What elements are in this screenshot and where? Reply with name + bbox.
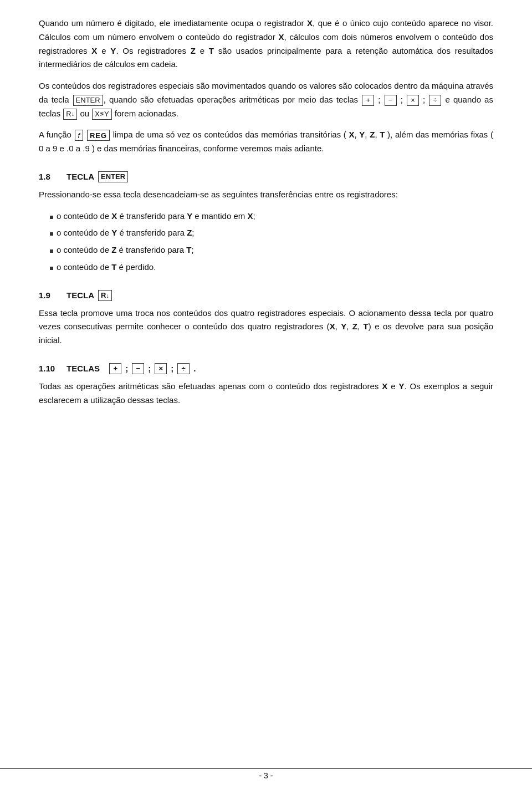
section-1-9-title-text: TECLA bbox=[66, 290, 94, 300]
divide-key: ÷ bbox=[429, 95, 441, 106]
bullet-icon-1 bbox=[50, 216, 53, 219]
section-1-10-title: TECLAS + ; − ; × ; ÷ . bbox=[66, 363, 196, 374]
xy-key-inline: X≶Y bbox=[92, 109, 111, 120]
bullet-icon-3 bbox=[50, 249, 53, 253]
page-footer: - 3 - bbox=[0, 768, 532, 780]
r-down-key-inline: R↓ bbox=[63, 109, 77, 120]
bullet-2: o conteúdo de Y é transferido para Z; bbox=[50, 226, 493, 240]
plus-key-heading: + bbox=[109, 363, 121, 374]
times-key: × bbox=[407, 95, 419, 106]
section-1-10-heading: 1.10 TECLAS + ; − ; × ; ÷ . bbox=[39, 363, 493, 374]
times-key-heading: × bbox=[155, 363, 167, 374]
bullet-text-4: o conteúdo de T é perdido. bbox=[57, 261, 156, 274]
bullet-icon-4 bbox=[50, 267, 53, 270]
bullet-text-3: o conteúdo de Z é transferido para T; bbox=[57, 243, 194, 257]
bullet-text-1: o conteúdo de X é transferido para Y e m… bbox=[57, 210, 255, 223]
bullet-icon-2 bbox=[50, 232, 53, 236]
func-paragraph: A função f REG limpa de uma só vez os co… bbox=[39, 128, 493, 156]
section-1-8-title: TECLA ENTER bbox=[66, 171, 129, 182]
divide-key-heading: ÷ bbox=[177, 363, 190, 374]
section-1-10-title-text: TECLAS bbox=[66, 364, 100, 373]
page-content: Quando um número é digitado, ele imediat… bbox=[0, 0, 532, 448]
section-1-9-heading: 1.9 TECLA R↓ bbox=[39, 290, 493, 301]
enter-key-inline: ENTER bbox=[73, 95, 103, 106]
section-1-8-number: 1.8 bbox=[39, 172, 61, 181]
enter-key-heading: ENTER bbox=[98, 171, 128, 182]
bullet-4: o conteúdo de T é perdido. bbox=[50, 261, 493, 274]
section-1-10-body: Todas as operações aritméticas são efetu… bbox=[39, 380, 493, 407]
minus-key: − bbox=[385, 95, 397, 106]
intro-paragraph-1: Quando um número é digitado, ele imediat… bbox=[39, 17, 493, 72]
f-key-inline: f bbox=[75, 130, 84, 141]
bullet-3: o conteúdo de Z é transferido para T; bbox=[50, 243, 493, 257]
section-1-9-number: 1.9 bbox=[39, 290, 61, 300]
section-1-9-body: Essa tecla promove uma troca nos conteúd… bbox=[39, 307, 493, 348]
bullet-text-2: o conteúdo de Y é transferido para Z; bbox=[57, 226, 195, 240]
intro-paragraph-2: Os conteúdos dos registradores especiais… bbox=[39, 79, 493, 120]
reg-key-inline: REG bbox=[87, 130, 110, 141]
section-1-9-title: TECLA R↓ bbox=[66, 290, 112, 301]
r-down-key-heading: R↓ bbox=[98, 290, 112, 301]
section-1-10-number: 1.10 bbox=[39, 364, 61, 373]
minus-key-heading: − bbox=[132, 363, 144, 374]
section-1-8-heading: 1.8 TECLA ENTER bbox=[39, 171, 493, 182]
section-1-8-bullets: o conteúdo de X é transferido para Y e m… bbox=[50, 210, 493, 274]
section-1-8-intro: Pressionando-se essa tecla desencadeiam-… bbox=[39, 188, 493, 202]
page-number: - 3 - bbox=[259, 771, 273, 780]
section-1-8-title-text: TECLA bbox=[66, 172, 94, 181]
bullet-1: o conteúdo de X é transferido para Y e m… bbox=[50, 210, 493, 223]
plus-key: + bbox=[362, 95, 374, 106]
